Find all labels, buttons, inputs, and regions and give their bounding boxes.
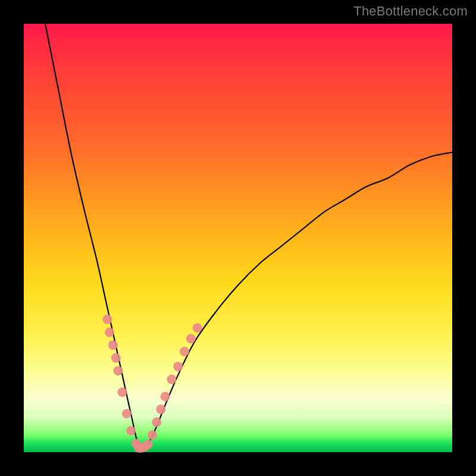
marker-dot — [111, 353, 121, 363]
marker-dot — [118, 387, 127, 397]
marker-dot — [156, 405, 165, 414]
marker-dot — [193, 323, 202, 333]
marker-dot — [113, 366, 123, 375]
marker-dot — [180, 347, 189, 356]
marker-dot — [148, 430, 157, 440]
marker-dot — [143, 440, 153, 449]
marker-dot — [186, 334, 196, 343]
chart-svg — [24, 24, 452, 452]
curve-markers — [102, 315, 202, 453]
marker-dot — [122, 409, 131, 418]
plot-area — [24, 24, 452, 452]
marker-dot — [105, 327, 114, 337]
watermark-text: TheBottleneck.com — [353, 4, 468, 19]
marker-dot — [173, 362, 183, 371]
marker-dot — [167, 375, 176, 384]
marker-dot — [152, 418, 161, 427]
marker-dot — [108, 340, 118, 350]
marker-dot — [161, 392, 170, 401]
bottleneck-curve — [45, 24, 452, 450]
chart-frame: TheBottleneck.com — [0, 0, 476, 476]
marker-dot — [102, 315, 112, 324]
marker-dot — [126, 426, 136, 436]
